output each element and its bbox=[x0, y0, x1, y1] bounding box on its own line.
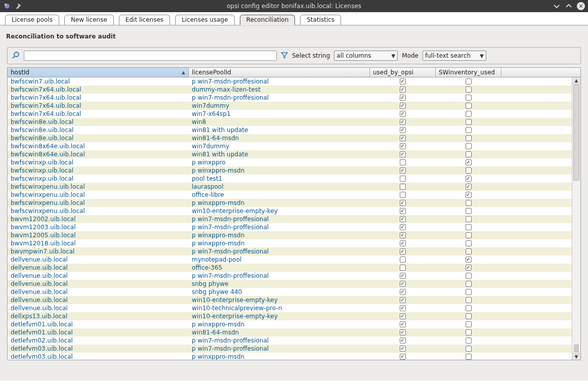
checkbox-used-by-opsi[interactable] bbox=[400, 337, 406, 344]
checkbox-swinventory-used[interactable] bbox=[466, 151, 472, 157]
mode-dropdown[interactable]: full-text search ▼ bbox=[423, 51, 486, 61]
table-row[interactable]: bwfscwin8x64e.uib.localwin81 with update bbox=[8, 150, 572, 158]
checkbox-used-by-opsi[interactable] bbox=[400, 127, 406, 133]
checkbox-swinventory-used[interactable] bbox=[466, 257, 472, 263]
scroll-down-icon[interactable]: ▼ bbox=[572, 353, 580, 360]
checkbox-swinventory-used[interactable] bbox=[466, 305, 472, 311]
checkbox-used-by-opsi[interactable] bbox=[400, 143, 406, 149]
checkbox-used-by-opsi[interactable] bbox=[400, 184, 406, 190]
vertical-scrollbar[interactable]: ▲ ▼ bbox=[572, 77, 580, 360]
checkbox-swinventory-used[interactable] bbox=[466, 78, 472, 84]
table-row[interactable]: dellxps13.uib.localwin10-enterprise-empt… bbox=[8, 312, 572, 320]
checkbox-used-by-opsi[interactable] bbox=[400, 232, 406, 238]
checkbox-swinventory-used[interactable] bbox=[466, 240, 472, 246]
table-row[interactable]: dellvenue.uib.localwin10-enterprise-empt… bbox=[8, 296, 572, 304]
checkbox-used-by-opsi[interactable] bbox=[400, 135, 406, 141]
table-row[interactable]: dellvenue.uib.localmynotepad-pool bbox=[8, 256, 572, 264]
checkbox-swinventory-used[interactable] bbox=[466, 208, 472, 214]
table-row[interactable]: bwfscwin8e.uib.localwin8 bbox=[8, 118, 572, 126]
table-row[interactable]: bwfscwin7.uib.localp win7-msdn-proffesio… bbox=[8, 77, 572, 86]
checkbox-swinventory-used[interactable] bbox=[466, 119, 472, 125]
table-row[interactable]: detlefvm03.uib.localp win7-msdn-proffesi… bbox=[8, 345, 572, 353]
checkbox-used-by-opsi[interactable] bbox=[400, 248, 406, 255]
table-row[interactable]: bwvmpwin7.uib.localp win7-msdn-proffesio… bbox=[8, 247, 572, 256]
table-row[interactable]: dellvenue.uib.localoffice-365 bbox=[8, 264, 572, 272]
checkbox-swinventory-used[interactable] bbox=[466, 184, 472, 190]
checkbox-swinventory-used[interactable] bbox=[466, 289, 472, 295]
checkbox-swinventory-used[interactable] bbox=[466, 200, 472, 206]
checkbox-swinventory-used[interactable] bbox=[466, 248, 472, 255]
checkbox-swinventory-used[interactable] bbox=[466, 135, 472, 141]
checkbox-swinventory-used[interactable] bbox=[466, 87, 472, 93]
table-row[interactable]: bwfscwinxpenu.uib.locallauraspool bbox=[8, 183, 572, 191]
table-row[interactable]: dellvenue.uib.localp win7-msdn-proffesio… bbox=[8, 272, 572, 280]
checkbox-used-by-opsi[interactable] bbox=[400, 208, 406, 214]
checkbox-swinventory-used[interactable] bbox=[466, 297, 472, 303]
table-row[interactable]: detlefvm01.uib.localwin81-64-msdn bbox=[8, 328, 572, 336]
checkbox-used-by-opsi[interactable] bbox=[400, 346, 406, 352]
checkbox-used-by-opsi[interactable] bbox=[400, 78, 406, 84]
tab-statistics[interactable]: Statistics bbox=[300, 15, 341, 25]
column-header-used-by-opsi[interactable]: used_by_opsi bbox=[370, 68, 436, 77]
table-row[interactable]: bwfscwinxp.uib.localp winxppro-msdn bbox=[8, 166, 572, 175]
checkbox-used-by-opsi[interactable] bbox=[400, 167, 406, 174]
scrollbar-thumb[interactable] bbox=[573, 84, 579, 181]
table-row[interactable]: bwfscwin8e.uib.localwin81-64-msdn bbox=[8, 134, 572, 142]
select-string-dropdown[interactable]: all columns ▼ bbox=[334, 51, 398, 61]
table-row[interactable]: bwfscwin8e.uib.localwin81 with update bbox=[8, 126, 572, 134]
checkbox-used-by-opsi[interactable] bbox=[400, 240, 406, 246]
table-row[interactable]: bwfscwin8x64e.uib.localwin7dummy bbox=[8, 142, 572, 150]
checkbox-swinventory-used[interactable] bbox=[466, 95, 472, 101]
checkbox-used-by-opsi[interactable] bbox=[400, 216, 406, 222]
close-button[interactable]: ✕ bbox=[577, 2, 585, 10]
table-row[interactable]: detlefvm01.uib.localp winxppro-msdn bbox=[8, 320, 572, 328]
column-header-swinventory-used[interactable]: SWinventory_used bbox=[436, 68, 501, 77]
checkbox-used-by-opsi[interactable] bbox=[400, 329, 406, 335]
table-row[interactable]: bwvm12002.uib.localp win7-msdn-proffesio… bbox=[8, 215, 572, 223]
search-input[interactable] bbox=[24, 51, 277, 61]
tab-edit-licenses[interactable]: Edit licenses bbox=[119, 15, 170, 25]
checkbox-used-by-opsi[interactable] bbox=[400, 321, 406, 327]
checkbox-used-by-opsi[interactable] bbox=[400, 103, 406, 109]
table-row[interactable]: bwfscwin7x64.uib.localwin7-x64sp1 bbox=[8, 110, 572, 118]
tab-reconciliation[interactable]: Reconciliation bbox=[240, 15, 296, 25]
checkbox-used-by-opsi[interactable] bbox=[400, 95, 406, 101]
checkbox-used-by-opsi[interactable] bbox=[400, 151, 406, 157]
table-row[interactable]: dellvenue.uib.localsnbg phywe bbox=[8, 280, 572, 288]
table-row[interactable]: dellvenue.uib.localwin10-technicalprevie… bbox=[8, 304, 572, 312]
checkbox-swinventory-used[interactable] bbox=[466, 111, 472, 117]
table-row[interactable]: bwfscwinxpenu.uib.localoffice-libre bbox=[8, 191, 572, 199]
table-row[interactable]: detlefvm02.uib.localp win7-msdn-proffesi… bbox=[8, 336, 572, 345]
tab-licenses-usage[interactable]: Licenses usage bbox=[175, 15, 235, 25]
column-header-hostid[interactable]: hostId ▲ bbox=[8, 68, 189, 77]
checkbox-swinventory-used[interactable] bbox=[466, 216, 472, 222]
column-header-licensepoolid[interactable]: licensePoolId bbox=[189, 68, 370, 77]
checkbox-swinventory-used[interactable] bbox=[466, 224, 472, 230]
table-row[interactable]: bwfscwin7x64.uib.localp win7-msdn-proffe… bbox=[8, 94, 572, 102]
table-row[interactable]: bwvm12003.uib.localp win7-msdn-proffesio… bbox=[8, 223, 572, 231]
checkbox-swinventory-used[interactable] bbox=[466, 103, 472, 109]
scroll-up-icon[interactable]: ▲ bbox=[572, 77, 580, 84]
table-row[interactable]: bwfscwin7x64.uib.localwin7dummy bbox=[8, 102, 572, 110]
checkbox-swinventory-used[interactable] bbox=[466, 337, 472, 344]
checkbox-swinventory-used[interactable] bbox=[466, 329, 472, 335]
resize-grip-icon[interactable] bbox=[574, 345, 579, 353]
checkbox-used-by-opsi[interactable] bbox=[400, 305, 406, 311]
table-row[interactable]: bwfscwinxp.uib.localp winxppro bbox=[8, 158, 572, 166]
checkbox-used-by-opsi[interactable] bbox=[400, 297, 406, 303]
table-row[interactable]: dellvenue.uib.localsnbg phywe 440 bbox=[8, 288, 572, 296]
filter-icon[interactable] bbox=[281, 52, 288, 60]
checkbox-used-by-opsi[interactable] bbox=[400, 265, 406, 271]
search-icon[interactable] bbox=[12, 51, 20, 61]
minimize-button[interactable] bbox=[553, 2, 561, 10]
checkbox-swinventory-used[interactable] bbox=[466, 159, 472, 165]
checkbox-swinventory-used[interactable] bbox=[466, 265, 472, 271]
checkbox-swinventory-used[interactable] bbox=[466, 232, 472, 238]
checkbox-swinventory-used[interactable] bbox=[466, 281, 472, 287]
pin-icon[interactable] bbox=[14, 2, 22, 10]
checkbox-swinventory-used[interactable] bbox=[466, 354, 472, 360]
table-row[interactable]: detlefvm03.uib.localp winxppro-msdn bbox=[8, 353, 572, 360]
checkbox-swinventory-used[interactable] bbox=[466, 143, 472, 149]
checkbox-swinventory-used[interactable] bbox=[466, 346, 472, 352]
checkbox-used-by-opsi[interactable] bbox=[400, 257, 406, 263]
